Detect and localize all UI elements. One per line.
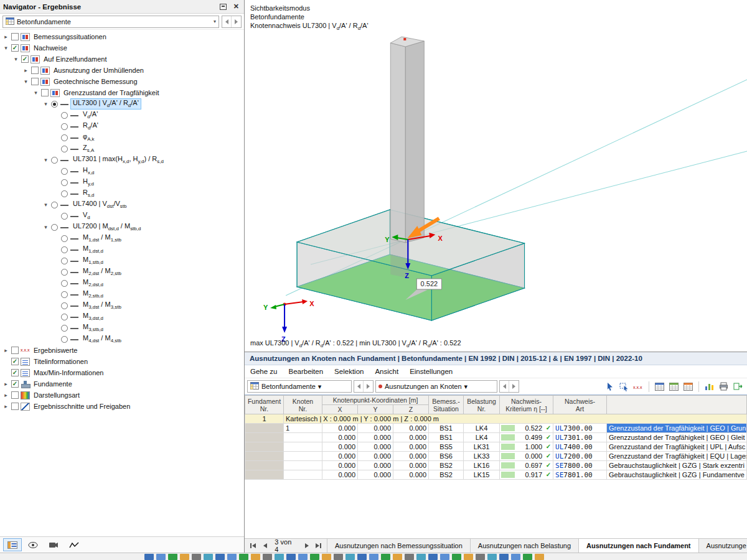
radio-button[interactable]: [51, 101, 58, 108]
table-tab[interactable]: Ausnutzungen nach Belastung: [471, 539, 579, 553]
expand-icon[interactable]: ▸: [2, 347, 10, 353]
tree-item[interactable]: M3,dst,d: [0, 311, 244, 322]
tree-item-label[interactable]: UL7400 | Vdst/Vstb: [71, 200, 128, 209]
taskbar-icon[interactable]: [345, 554, 355, 560]
chevron-down-icon[interactable]: ▾: [214, 19, 216, 24]
taskbar-icon[interactable]: [298, 554, 308, 560]
fundament-cell[interactable]: [245, 433, 284, 442]
nachweis-code-cell[interactable]: UL7300.00: [553, 424, 607, 433]
coord-y-cell[interactable]: 0.000: [358, 452, 393, 461]
coord-y-cell[interactable]: 0.000: [358, 433, 393, 442]
fundament-cell[interactable]: [245, 461, 284, 470]
taskbar-icon[interactable]: [168, 554, 177, 560]
nachweis-code-cell[interactable]: UL7301.00: [553, 433, 607, 442]
tree-item-label[interactable]: UL7300 | Vd/A' / Rd/A': [71, 99, 141, 108]
nachweis-description-cell[interactable]: Grenzzustand der Tragfähigkeit | UPL | A…: [607, 442, 747, 452]
taskbar-icon[interactable]: [405, 554, 414, 560]
table-filter-icon[interactable]: [667, 381, 680, 393]
taskbar-icon[interactable]: [180, 554, 189, 560]
tree-item-label[interactable]: M4,dst / M4,stb: [81, 334, 123, 343]
prev-page-icon[interactable]: [260, 541, 270, 551]
menu-item[interactable]: Selektion: [329, 368, 369, 375]
prev-icon[interactable]: [354, 381, 364, 392]
collapse-icon[interactable]: ▾: [42, 224, 50, 230]
tree-item-label[interactable]: M1,dst,d: [81, 245, 105, 254]
fundament-cell[interactable]: [245, 442, 284, 452]
fundament-cell[interactable]: [245, 424, 284, 433]
pointer-select-icon[interactable]: [603, 381, 616, 393]
tree-item[interactable]: M2,dst,d: [0, 278, 244, 289]
nachweis-description-cell[interactable]: Gebrauchstauglichkeit | GZG | Fundamentv…: [607, 470, 747, 480]
taskbar-icon[interactable]: [369, 554, 378, 560]
float-window-icon[interactable]: [220, 4, 227, 10]
radio-button[interactable]: [51, 157, 58, 164]
tree-item-label[interactable]: M2,dst,d: [81, 278, 105, 287]
collapse-icon[interactable]: ▾: [32, 90, 40, 96]
table-tab[interactable]: Ausnutzungen nach Bemessungssituation: [327, 539, 471, 553]
prev-icon[interactable]: [222, 16, 232, 27]
tab-views[interactable]: [24, 538, 42, 551]
fundament-cell[interactable]: [245, 470, 284, 480]
checkbox[interactable]: [11, 33, 19, 40]
nachweis-kriterium-cell[interactable]: 0.522✓: [500, 424, 553, 433]
navigator-module-combo[interactable]: Betonfundamente ▾: [2, 16, 219, 28]
knoten-cell[interactable]: [284, 461, 322, 470]
nachweis-code-cell[interactable]: UL7400.00: [553, 442, 607, 452]
tree-item-label[interactable]: Ergebnisschnitte und Freigaben: [32, 403, 132, 410]
tree-item-label[interactable]: UL7200 | Mdst,d / Mstb,d: [71, 222, 143, 231]
expand-icon[interactable]: ▸: [2, 403, 10, 409]
belastung-cell[interactable]: LK16: [464, 461, 500, 470]
tree-item[interactable]: Hx,d: [0, 166, 244, 177]
tree-item[interactable]: ▾Geotechnische Bemessung: [0, 76, 244, 87]
coord-z-cell[interactable]: 0.000: [393, 442, 429, 452]
coord-x-cell[interactable]: 0.000: [322, 424, 358, 433]
coord-x-cell[interactable]: 0.000: [322, 452, 358, 461]
menu-item[interactable]: Einstellungen: [404, 368, 458, 375]
taskbar-icon[interactable]: [192, 554, 201, 560]
coord-y-cell[interactable]: 0.000: [358, 461, 393, 470]
print-icon[interactable]: [717, 381, 730, 393]
taskbar-icon[interactable]: [464, 554, 473, 560]
taskbar-icon[interactable]: [393, 554, 402, 560]
tree-item[interactable]: ▾UL7301 | max(Hx,d, Hy,d) / Rs,d: [0, 154, 244, 166]
tree-item-label[interactable]: Vd: [81, 211, 92, 220]
chart-columns-icon[interactable]: [703, 381, 716, 393]
nachweis-kriterium-cell[interactable]: 1.000✓: [500, 442, 553, 452]
taskbar-icon[interactable]: [334, 554, 343, 560]
window-select-icon[interactable]: [618, 381, 631, 393]
tree-item[interactable]: Vd/A': [0, 110, 244, 121]
checkbox[interactable]: ✓: [11, 369, 19, 376]
taskbar-icon[interactable]: [428, 554, 438, 560]
coord-x-cell[interactable]: 0.000: [322, 470, 358, 480]
group-row[interactable]: 1 Kartesisch | X : 0.000 m | Y : 0.000 m…: [245, 414, 747, 424]
tree-item[interactable]: ▸Ergebniswerte: [0, 345, 244, 356]
taskbar-icon[interactable]: [381, 554, 390, 560]
first-page-icon[interactable]: [248, 541, 258, 551]
radio-button[interactable]: [61, 325, 68, 332]
bemessungssituation-cell[interactable]: BS6: [429, 452, 464, 461]
coord-z-cell[interactable]: 0.000: [393, 470, 429, 480]
checkbox[interactable]: ✓: [11, 44, 19, 52]
radio-button[interactable]: [61, 190, 68, 197]
nachweis-kriterium-cell[interactable]: 0.697✓: [500, 461, 553, 470]
menu-item[interactable]: Ansicht: [369, 368, 404, 375]
tree-item[interactable]: ▾UL7300 | Vd/A' / Rd/A': [0, 98, 244, 110]
group-fundament-nr[interactable]: 1: [245, 414, 284, 424]
bemessungssituation-cell[interactable]: BS2: [429, 461, 464, 470]
bemessungssituation-cell[interactable]: BS1: [429, 433, 464, 442]
radio-button[interactable]: [61, 168, 68, 175]
coord-y-cell[interactable]: 0.000: [358, 442, 393, 452]
nachweis-code-cell[interactable]: SE7801.00: [553, 470, 607, 480]
radio-button[interactable]: [61, 112, 68, 119]
nachweis-description-cell[interactable]: Grenzzustand der Tragfähigkeit | EQU | L…: [607, 452, 747, 461]
checkbox[interactable]: [31, 67, 39, 74]
knoten-cell[interactable]: [284, 470, 322, 480]
table-settings-icon[interactable]: [682, 381, 695, 393]
tree-item[interactable]: φA,k: [0, 132, 244, 143]
belastung-cell[interactable]: LK31: [464, 442, 500, 452]
tab-camera[interactable]: [44, 538, 63, 551]
bemessungssituation-cell[interactable]: BS5: [429, 442, 464, 452]
last-page-icon[interactable]: [313, 541, 323, 551]
tree-item[interactable]: M4,dst / M4,stb: [0, 334, 244, 345]
chevron-down-icon[interactable]: ▾: [318, 383, 322, 391]
